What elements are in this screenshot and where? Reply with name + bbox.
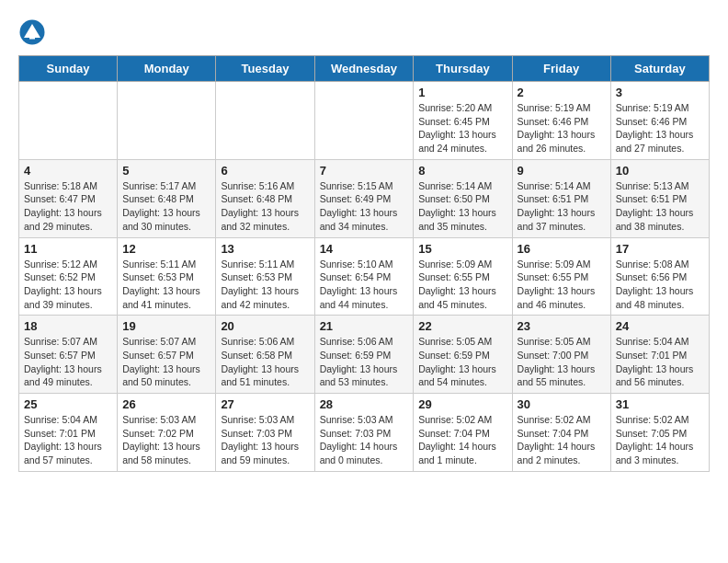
day-info: Sunrise: 5:16 AMSunset: 6:48 PMDaylight:…: [221, 179, 309, 234]
day-info: Sunrise: 5:03 AMSunset: 7:02 PMDaylight:…: [122, 413, 210, 467]
day-info: Sunrise: 5:11 AMSunset: 6:53 PMDaylight:…: [221, 258, 309, 312]
week-row: 1Sunrise: 5:20 AMSunset: 6:45 PMDaylight…: [19, 82, 710, 160]
day-info: Sunrise: 5:02 AMSunset: 7:05 PMDaylight:…: [616, 413, 704, 467]
day-number: 22: [418, 319, 506, 333]
day-cell-6: 6Sunrise: 5:16 AMSunset: 6:48 PMDaylight…: [216, 159, 314, 237]
day-number: 9: [518, 164, 606, 178]
day-number: 5: [122, 164, 210, 178]
day-info: Sunrise: 5:05 AMSunset: 6:59 PMDaylight:…: [418, 335, 506, 389]
day-cell-31: 31Sunrise: 5:02 AMSunset: 7:05 PMDayligh…: [610, 394, 709, 472]
days-header-row: SundayMondayTuesdayWednesdayThursdayFrid…: [19, 56, 710, 82]
day-header-tuesday: Tuesday: [216, 56, 314, 82]
day-info: Sunrise: 5:11 AMSunset: 6:53 PMDaylight:…: [122, 258, 210, 312]
day-cell-12: 12Sunrise: 5:11 AMSunset: 6:53 PMDayligh…: [118, 237, 216, 316]
logo-icon: [18, 18, 46, 46]
empty-cell: [19, 82, 118, 160]
day-cell-7: 7Sunrise: 5:15 AMSunset: 6:49 PMDaylight…: [314, 159, 414, 237]
week-row: 11Sunrise: 5:12 AMSunset: 6:52 PMDayligh…: [19, 237, 710, 316]
day-cell-10: 10Sunrise: 5:13 AMSunset: 6:51 PMDayligh…: [610, 159, 709, 237]
day-info: Sunrise: 5:12 AMSunset: 6:52 PMDaylight:…: [24, 258, 112, 312]
day-cell-16: 16Sunrise: 5:09 AMSunset: 6:55 PMDayligh…: [512, 237, 610, 316]
day-number: 15: [418, 242, 506, 256]
day-cell-1: 1Sunrise: 5:20 AMSunset: 6:45 PMDaylight…: [414, 82, 512, 160]
day-number: 26: [122, 397, 210, 411]
day-info: Sunrise: 5:10 AMSunset: 6:54 PMDaylight:…: [320, 258, 409, 312]
svg-rect-2: [29, 34, 35, 40]
week-row: 18Sunrise: 5:07 AMSunset: 6:57 PMDayligh…: [19, 316, 710, 394]
day-cell-28: 28Sunrise: 5:03 AMSunset: 7:03 PMDayligh…: [314, 394, 414, 472]
day-info: Sunrise: 5:04 AMSunset: 7:01 PMDaylight:…: [616, 335, 704, 389]
day-info: Sunrise: 5:04 AMSunset: 7:01 PMDaylight:…: [24, 413, 112, 467]
day-info: Sunrise: 5:17 AMSunset: 6:48 PMDaylight:…: [122, 179, 210, 234]
week-row: 4Sunrise: 5:18 AMSunset: 6:47 PMDaylight…: [19, 159, 710, 237]
empty-cell: [118, 82, 216, 160]
day-number: 23: [518, 319, 606, 333]
day-number: 11: [24, 242, 112, 256]
day-cell-21: 21Sunrise: 5:06 AMSunset: 6:59 PMDayligh…: [314, 316, 414, 394]
day-number: 20: [221, 319, 309, 333]
day-number: 21: [320, 319, 409, 333]
day-number: 25: [24, 397, 112, 411]
day-number: 7: [320, 164, 409, 178]
day-info: Sunrise: 5:02 AMSunset: 7:04 PMDaylight:…: [518, 413, 606, 467]
day-cell-5: 5Sunrise: 5:17 AMSunset: 6:48 PMDaylight…: [118, 159, 216, 237]
day-number: 18: [24, 319, 112, 333]
day-cell-24: 24Sunrise: 5:04 AMSunset: 7:01 PMDayligh…: [610, 316, 709, 394]
day-number: 3: [616, 86, 704, 99]
day-cell-20: 20Sunrise: 5:06 AMSunset: 6:58 PMDayligh…: [216, 316, 314, 394]
day-cell-15: 15Sunrise: 5:09 AMSunset: 6:55 PMDayligh…: [414, 237, 512, 316]
day-header-thursday: Thursday: [414, 56, 512, 82]
day-number: 8: [418, 164, 506, 178]
day-number: 4: [24, 164, 112, 178]
day-cell-30: 30Sunrise: 5:02 AMSunset: 7:04 PMDayligh…: [512, 394, 610, 472]
day-number: 27: [221, 397, 309, 411]
day-cell-9: 9Sunrise: 5:14 AMSunset: 6:51 PMDaylight…: [512, 159, 610, 237]
day-info: Sunrise: 5:06 AMSunset: 6:58 PMDaylight:…: [221, 335, 309, 389]
day-header-friday: Friday: [512, 56, 610, 82]
day-cell-27: 27Sunrise: 5:03 AMSunset: 7:03 PMDayligh…: [216, 394, 314, 472]
day-info: Sunrise: 5:19 AMSunset: 6:46 PMDaylight:…: [616, 101, 704, 155]
day-cell-13: 13Sunrise: 5:11 AMSunset: 6:53 PMDayligh…: [216, 237, 314, 316]
empty-cell: [216, 82, 314, 160]
day-cell-4: 4Sunrise: 5:18 AMSunset: 6:47 PMDaylight…: [19, 159, 118, 237]
day-cell-2: 2Sunrise: 5:19 AMSunset: 6:46 PMDaylight…: [512, 82, 610, 160]
day-info: Sunrise: 5:14 AMSunset: 6:51 PMDaylight:…: [518, 179, 606, 234]
day-cell-8: 8Sunrise: 5:14 AMSunset: 6:50 PMDaylight…: [414, 159, 512, 237]
day-number: 16: [518, 242, 606, 256]
day-cell-18: 18Sunrise: 5:07 AMSunset: 6:57 PMDayligh…: [19, 316, 118, 394]
day-info: Sunrise: 5:06 AMSunset: 6:59 PMDaylight:…: [320, 335, 409, 389]
day-header-saturday: Saturday: [610, 56, 709, 82]
day-info: Sunrise: 5:07 AMSunset: 6:57 PMDaylight:…: [122, 335, 210, 389]
page-header: [18, 18, 710, 46]
day-header-monday: Monday: [118, 56, 216, 82]
day-cell-25: 25Sunrise: 5:04 AMSunset: 7:01 PMDayligh…: [19, 394, 118, 472]
day-cell-19: 19Sunrise: 5:07 AMSunset: 6:57 PMDayligh…: [118, 316, 216, 394]
day-number: 30: [518, 397, 606, 411]
day-info: Sunrise: 5:03 AMSunset: 7:03 PMDaylight:…: [320, 413, 409, 467]
day-info: Sunrise: 5:02 AMSunset: 7:04 PMDaylight:…: [418, 413, 506, 467]
day-number: 31: [616, 397, 704, 411]
day-info: Sunrise: 5:20 AMSunset: 6:45 PMDaylight:…: [418, 101, 506, 155]
day-cell-29: 29Sunrise: 5:02 AMSunset: 7:04 PMDayligh…: [414, 394, 512, 472]
day-number: 13: [221, 242, 309, 256]
day-number: 10: [616, 164, 704, 178]
empty-cell: [314, 82, 414, 160]
day-number: 17: [616, 242, 704, 256]
week-row: 25Sunrise: 5:04 AMSunset: 7:01 PMDayligh…: [19, 394, 710, 472]
day-header-wednesday: Wednesday: [314, 56, 414, 82]
day-number: 28: [320, 397, 409, 411]
day-cell-23: 23Sunrise: 5:05 AMSunset: 7:00 PMDayligh…: [512, 316, 610, 394]
day-number: 2: [518, 86, 606, 99]
day-cell-14: 14Sunrise: 5:10 AMSunset: 6:54 PMDayligh…: [314, 237, 414, 316]
calendar: SundayMondayTuesdayWednesdayThursdayFrid…: [18, 55, 710, 472]
day-cell-26: 26Sunrise: 5:03 AMSunset: 7:02 PMDayligh…: [118, 394, 216, 472]
day-number: 29: [418, 397, 506, 411]
day-cell-22: 22Sunrise: 5:05 AMSunset: 6:59 PMDayligh…: [414, 316, 512, 394]
logo: [18, 18, 50, 46]
day-number: 6: [221, 164, 309, 178]
day-info: Sunrise: 5:19 AMSunset: 6:46 PMDaylight:…: [518, 101, 606, 155]
day-info: Sunrise: 5:15 AMSunset: 6:49 PMDaylight:…: [320, 179, 409, 234]
day-number: 24: [616, 319, 704, 333]
day-info: Sunrise: 5:07 AMSunset: 6:57 PMDaylight:…: [24, 335, 112, 389]
day-info: Sunrise: 5:18 AMSunset: 6:47 PMDaylight:…: [24, 179, 112, 234]
